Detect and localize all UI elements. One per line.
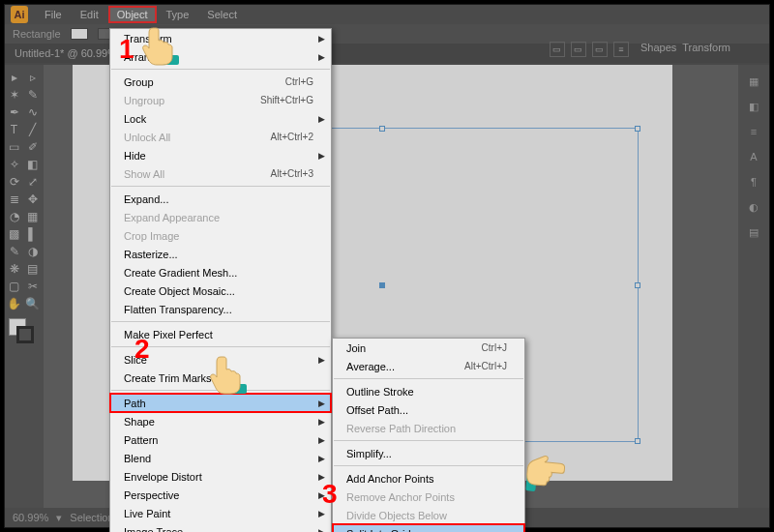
pointing-hand-icon [204,351,251,398]
align-icon[interactable]: ≡ [613,42,629,57]
free-transform-icon[interactable]: ✥ [23,191,42,208]
menu-item[interactable]: Flatten Transparency... [110,300,331,318]
tools-panel: ▸▹ ✶✎ ✒∿ T╱ ▭✐ ✧◧ ⟳⤢ ≣✥ ◔▦ ▩▌ ✎◑ ❋▤ ▢✂ ✋… [5,65,44,508]
graph-tool-icon[interactable]: ▤ [23,260,42,278]
menu-item[interactable]: Pattern▶ [110,430,331,449]
eyedropper-icon[interactable]: ✎ [5,243,23,260]
width-tool-icon[interactable]: ≣ [5,191,23,208]
menu-file[interactable]: File [37,7,70,22]
menu-item[interactable]: Live Paint▶ [110,504,331,522]
center-point[interactable] [379,282,385,288]
status-tool: Selection [70,512,113,523]
menu-item[interactable]: Outline Stroke [333,382,524,400]
slice-tool-icon[interactable]: ✂ [23,278,42,295]
app-logo: Ai [11,6,28,23]
menu-edit[interactable]: Edit [73,7,106,22]
shaper-tool-icon[interactable]: ✧ [5,156,23,173]
panel-icon[interactable]: ≡ [745,123,762,140]
shape-label: Rectangle [13,28,61,40]
panel-icon[interactable]: ¶ [745,173,762,191]
annotation-3: 3 [322,479,338,510]
type-tool-icon[interactable]: T [5,121,23,138]
anchor-r[interactable] [635,282,640,288]
lasso-icon[interactable]: ✎ [23,86,42,103]
pointing-hand-icon [136,22,183,69]
transform-label[interactable]: Transform [682,42,730,57]
align-icon[interactable]: ▭ [550,42,565,57]
annotation-2: 2 [134,334,150,365]
menu-item: Crop Image [110,226,331,245]
perspective-icon[interactable]: ▦ [23,208,42,225]
menu-item: UngroupShift+Ctrl+G [110,91,331,109]
shape-builder-icon[interactable]: ◔ [5,208,23,225]
menu-item[interactable]: Lock▶ [110,109,331,128]
curvature-icon[interactable]: ∿ [23,103,42,121]
menu-item[interactable]: Expand... [110,190,331,208]
rectangle-tool-icon[interactable]: ▭ [5,138,23,156]
pen-tool-icon[interactable]: ✒ [5,103,23,121]
menu-item[interactable]: Simplify... [333,444,524,462]
symbol-spray-icon[interactable]: ❋ [5,260,23,278]
menu-item: Remove Anchor Points [333,488,524,506]
menu-item[interactable]: GroupCtrl+G [110,73,331,91]
rotate-tool-icon[interactable]: ⟳ [5,173,23,191]
artboard-tool-icon[interactable]: ▢ [5,278,23,295]
eraser-tool-icon[interactable]: ◧ [23,156,42,173]
menu-item[interactable]: Average...Alt+Ctrl+J [333,357,524,375]
menu-item: Show AllAlt+Ctrl+3 [110,164,331,183]
pointing-hand-icon [521,448,572,498]
hand-tool-icon[interactable]: ✋ [5,295,23,312]
selection-tool-icon[interactable]: ▸ [5,69,23,86]
menu-item[interactable]: Create Object Mosaic... [110,281,331,300]
anchor-t[interactable] [379,126,385,132]
right-panels: ▦ ◧ ≡ A ¶ ◐ ▤ [738,65,769,508]
menu-object[interactable]: Object [109,7,156,22]
menu-item[interactable]: Create Gradient Mesh... [110,263,331,281]
annotation-1: 1 [119,34,134,65]
zoom-value[interactable]: 60.99% [13,512,48,523]
menu-select[interactable]: Select [199,7,245,22]
menu-item[interactable]: Split Into Grid... [333,524,524,532]
blend-tool-icon[interactable]: ◑ [23,243,42,260]
path-submenu: JoinCtrl+JAverage...Alt+Ctrl+JOutline St… [332,338,525,532]
menu-item[interactable]: Perspective▶ [110,486,331,504]
panel-icon[interactable]: ▦ [745,73,762,90]
menu-item[interactable]: Add Anchor Points [333,469,524,488]
align-icon[interactable]: ▭ [571,42,586,57]
menu-item[interactable]: Image Trace▶ [110,522,331,532]
object-dropdown: Transform▶Arrange▶GroupCtrl+GUngroupShif… [109,28,332,532]
menu-item[interactable]: Rasterize... [110,245,331,263]
panel-icon[interactable]: ◐ [745,198,762,216]
scale-tool-icon[interactable]: ⤢ [23,173,42,191]
align-icon[interactable]: ▭ [592,42,608,57]
menu-item[interactable]: Blend▶ [110,449,331,467]
menu-bar: Ai File Edit Object Type Select [5,5,769,24]
menu-item[interactable]: Shape▶ [110,412,331,430]
menu-item[interactable]: Envelope Distort▶ [110,467,331,486]
panel-icon[interactable]: ◧ [745,98,762,115]
fill-stroke-icon[interactable] [9,318,38,343]
line-tool-icon[interactable]: ╱ [23,121,42,138]
menu-item: Unlock AllAlt+Ctrl+2 [110,128,331,146]
align-icons: ▭ ▭ ▭ ≡ Shapes Transform [550,42,730,57]
direct-select-icon[interactable]: ▹ [23,69,42,86]
shapes-label[interactable]: Shapes [640,42,676,57]
anchor-br[interactable] [635,438,640,444]
panel-icon[interactable]: ▤ [745,223,762,241]
gradient-tool-icon[interactable]: ▌ [23,225,42,243]
menu-type[interactable]: Type [159,7,197,22]
mesh-tool-icon[interactable]: ▩ [5,225,23,243]
zoom-tool-icon[interactable]: 🔍 [23,295,42,312]
menu-item: Reverse Path Direction [333,419,524,437]
menu-item[interactable]: Hide▶ [110,146,331,164]
menu-item[interactable]: JoinCtrl+J [333,339,524,357]
magic-wand-icon[interactable]: ✶ [5,86,23,103]
anchor-tr[interactable] [635,126,640,132]
menu-item[interactable]: Offset Path... [333,400,524,419]
brush-tool-icon[interactable]: ✐ [23,138,42,156]
menu-item: Divide Objects Below [333,506,524,524]
panel-icon[interactable]: A [745,148,762,165]
menu-item: Expand Appearance [110,208,331,226]
fill-swatch[interactable] [71,28,88,40]
